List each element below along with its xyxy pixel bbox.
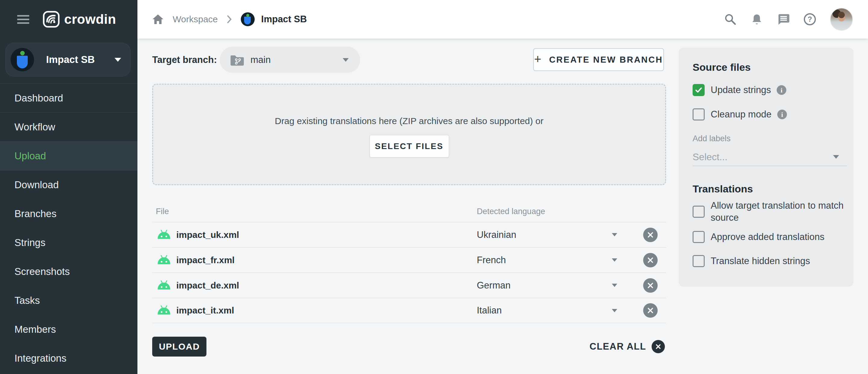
labels-select-placeholder: Select... bbox=[692, 151, 727, 163]
labels-select[interactable]: Select... bbox=[692, 148, 847, 166]
sidebar-item-branches[interactable]: Branches bbox=[0, 199, 137, 228]
crowdin-logo[interactable]: crowdin bbox=[43, 11, 116, 28]
remove-file-button[interactable] bbox=[643, 228, 658, 242]
file-name: impact_uk.xml bbox=[176, 230, 239, 240]
crowdin-upload-page: crowdin Impact SB Dashboard Workflow Upl… bbox=[0, 0, 868, 374]
android-icon bbox=[157, 280, 171, 291]
sidebar-item-label: Dashboard bbox=[14, 93, 63, 104]
hamburger-menu-icon[interactable] bbox=[17, 15, 29, 24]
allow-match-source-label: Allow target translation to match source bbox=[711, 200, 852, 224]
sidebar-item-screenshots[interactable]: Screenshots bbox=[0, 257, 137, 286]
cleanup-mode-option[interactable]: Cleanup mode i bbox=[692, 108, 787, 121]
branch-select-value: main bbox=[250, 55, 271, 65]
chevron-down-icon[interactable] bbox=[612, 284, 617, 287]
file-dropzone[interactable]: Drag existing translations here (ZIP arc… bbox=[152, 84, 666, 185]
target-branch-label: Target branch: bbox=[152, 55, 217, 65]
sidebar-item-download[interactable]: Download bbox=[0, 170, 137, 199]
detected-language-select[interactable]: German bbox=[477, 280, 510, 291]
table-row: impact_de.xml German bbox=[152, 273, 666, 298]
approve-translations-label: Approve added translations bbox=[711, 231, 824, 243]
translate-hidden-checkbox[interactable] bbox=[692, 255, 705, 267]
detected-language-select[interactable]: Italian bbox=[477, 305, 502, 316]
sidebar-item-label: Tasks bbox=[14, 295, 40, 306]
sidebar-item-label: Screenshots bbox=[14, 266, 70, 277]
upload-settings-panel: Source files Update strings i Cleanup mo… bbox=[679, 47, 854, 287]
allow-match-source-checkbox[interactable] bbox=[692, 206, 705, 218]
branch-select[interactable]: main bbox=[220, 47, 360, 73]
cleanup-mode-checkbox[interactable] bbox=[692, 108, 705, 121]
top-bar: Workspace Impact SB bbox=[137, 0, 868, 38]
breadcrumb-project[interactable]: Impact SB bbox=[241, 12, 307, 26]
chevron-down-icon bbox=[343, 58, 349, 62]
file-name: impact_it.xml bbox=[176, 305, 234, 315]
sidebar-item-upload[interactable]: Upload bbox=[0, 141, 137, 170]
chevron-down-icon bbox=[833, 155, 839, 159]
clear-all-button[interactable]: CLEAR ALL bbox=[590, 339, 665, 354]
notifications-bell-icon[interactable] bbox=[750, 13, 763, 26]
create-new-branch-label: CREATE NEW BRANCH bbox=[549, 55, 663, 65]
detected-language-select[interactable]: Ukrainian bbox=[477, 230, 516, 240]
chevron-right-icon bbox=[226, 15, 232, 24]
clear-all-label: CLEAR ALL bbox=[590, 341, 646, 352]
create-new-branch-button[interactable]: + CREATE NEW BRANCH bbox=[533, 48, 664, 71]
remove-file-button[interactable] bbox=[643, 253, 658, 267]
translations-title: Translations bbox=[692, 183, 753, 195]
info-icon[interactable]: i bbox=[777, 109, 787, 120]
info-icon[interactable]: i bbox=[776, 85, 786, 95]
upload-button[interactable]: UPLOAD bbox=[152, 337, 207, 356]
home-icon[interactable] bbox=[152, 14, 164, 25]
translate-hidden-label: Translate hidden strings bbox=[711, 255, 810, 267]
approve-translations-option[interactable]: Approve added translations bbox=[692, 231, 824, 243]
sidebar-item-strings[interactable]: Strings bbox=[0, 228, 137, 257]
android-icon bbox=[157, 230, 171, 240]
sidebar: crowdin Impact SB Dashboard Workflow Upl… bbox=[0, 0, 137, 374]
project-avatar bbox=[241, 12, 255, 26]
help-icon[interactable]: ? bbox=[804, 13, 816, 26]
search-icon[interactable] bbox=[724, 13, 737, 26]
plus-icon: + bbox=[534, 53, 541, 65]
sidebar-item-integrations[interactable]: Integrations bbox=[0, 344, 137, 373]
crowdin-logo-text: crowdin bbox=[64, 12, 116, 27]
detected-language-select[interactable]: French bbox=[477, 255, 506, 266]
breadcrumb: Workspace Impact SB bbox=[152, 12, 307, 26]
update-strings-checkbox-checked[interactable] bbox=[692, 84, 705, 96]
approve-translations-checkbox[interactable] bbox=[692, 231, 705, 243]
sidebar-top: crowdin bbox=[0, 0, 137, 38]
chevron-down-icon[interactable] bbox=[612, 309, 617, 312]
sidebar-item-members[interactable]: Members bbox=[0, 315, 137, 344]
table-row: impact_fr.xml French bbox=[152, 247, 666, 273]
svg-text:i: i bbox=[781, 87, 782, 94]
dropzone-text: Drag existing translations here (ZIP arc… bbox=[153, 116, 665, 126]
source-files-title: Source files bbox=[692, 61, 751, 73]
remove-file-button[interactable] bbox=[643, 303, 658, 318]
messages-chat-icon[interactable] bbox=[777, 13, 789, 26]
sidebar-item-dashboard[interactable]: Dashboard bbox=[0, 84, 137, 113]
android-icon bbox=[157, 305, 171, 316]
table-row: impact_it.xml Italian bbox=[152, 298, 666, 323]
project-selector[interactable]: Impact SB bbox=[5, 43, 130, 76]
remove-file-button[interactable] bbox=[643, 278, 658, 293]
crowdin-logo-icon bbox=[43, 11, 60, 28]
sidebar-item-label: Integrations bbox=[14, 352, 66, 364]
user-avatar[interactable] bbox=[830, 8, 853, 31]
breadcrumb-workspace[interactable]: Workspace bbox=[173, 14, 218, 24]
translate-hidden-option[interactable]: Translate hidden strings bbox=[692, 255, 810, 267]
chevron-down-icon bbox=[115, 58, 121, 62]
sidebar-item-tasks[interactable]: Tasks bbox=[0, 286, 137, 315]
sidebar-item-label: Members bbox=[14, 324, 56, 335]
chevron-down-icon[interactable] bbox=[612, 259, 617, 262]
select-files-button[interactable]: SELECT FILES bbox=[370, 135, 449, 158]
uploaded-files-table: impact_uk.xml Ukrainian impact_fr.xml Fr… bbox=[152, 222, 666, 323]
file-name: impact_fr.xml bbox=[176, 255, 235, 265]
add-labels-label: Add labels bbox=[692, 134, 731, 143]
sidebar-item-workflow[interactable]: Workflow bbox=[0, 113, 137, 141]
clear-all-x-icon bbox=[652, 340, 665, 353]
update-strings-option[interactable]: Update strings i bbox=[692, 84, 786, 96]
android-icon bbox=[157, 255, 171, 266]
branch-folder-icon bbox=[230, 54, 244, 66]
project-selector-label: Impact SB bbox=[46, 54, 95, 65]
chevron-down-icon[interactable] bbox=[612, 233, 617, 236]
table-row: impact_uk.xml Ukrainian bbox=[152, 222, 666, 247]
allow-match-source-option[interactable]: Allow target translation to match source bbox=[692, 200, 852, 224]
svg-text:i: i bbox=[781, 111, 783, 118]
